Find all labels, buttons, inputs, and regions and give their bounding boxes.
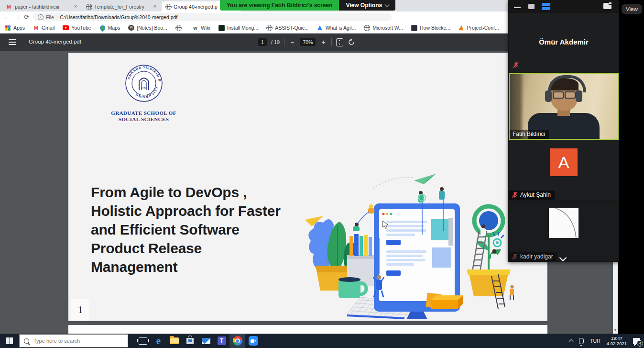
gmail-icon: M	[33, 25, 39, 31]
teams-icon: T	[218, 337, 226, 345]
tab-label: Template_for_Forestry	[94, 4, 150, 10]
chrome-app-button[interactable]	[229, 334, 245, 348]
mongodb-icon	[218, 25, 225, 31]
url-text: C:/Users/fatihb/Downloads/Group%2040-mer…	[60, 14, 178, 20]
bookmark-what-is-agile[interactable]: What is Agil...	[317, 25, 356, 31]
windows-taskbar: e T TUR 19:47 4.02.2021 4	[0, 334, 644, 348]
university-logo: ANKARA YILDIRIM BEYAZIT UNIVERSITY AYBU …	[92, 62, 195, 123]
bookmark-label: How Blockc...	[420, 25, 450, 31]
bookmark-apps[interactable]: Apps	[5, 25, 25, 31]
globe-favicon-icon	[86, 4, 92, 10]
bookmark-label: Maps	[108, 25, 120, 31]
tray-date: 4.02.2021	[607, 341, 627, 346]
hidden-icons-chevron-icon[interactable]	[569, 339, 574, 344]
bookmark-assist[interactable]: ASSIST-Quic...	[266, 25, 309, 31]
bookmark-label: ASSIST-Quic...	[275, 25, 309, 31]
bookmark-label: Apps	[13, 25, 25, 31]
tab-template-forestry[interactable]: Template_for_Forestry ×	[82, 1, 162, 11]
url-field[interactable]: i File | C:/Users/fatihb/Downloads/Group…	[33, 13, 392, 21]
page-info-icon[interactable]: i	[38, 14, 44, 20]
page-number-input[interactable]: 1	[258, 38, 267, 46]
zoom-view-button[interactable]: View	[622, 4, 642, 14]
taskbar-search[interactable]	[19, 334, 128, 348]
store-app-button[interactable]	[182, 334, 198, 348]
bookmark-how-blockchain[interactable]: How Blockc...	[411, 25, 450, 31]
windows-logo-icon	[6, 337, 13, 344]
rotate-icon[interactable]	[348, 38, 355, 46]
zoom-app-button[interactable]	[245, 334, 261, 348]
svg-text:AYBU: AYBU	[141, 87, 147, 90]
view-options-button[interactable]: View Options	[339, 0, 395, 11]
reload-icon[interactable]: ⟳	[24, 14, 29, 20]
back-icon[interactable]: ←	[4, 14, 10, 20]
toolbar-divider	[284, 38, 284, 46]
page-count-label: / 19	[271, 39, 280, 45]
university-seal-icon: ANKARA YILDIRIM BEYAZIT UNIVERSITY AYBU	[121, 62, 167, 106]
bookmark-label: [Notes] Boo...	[137, 25, 167, 31]
muted-mic-icon	[512, 191, 518, 198]
participant-tile-aykut[interactable]: A Aykut Şahin	[509, 140, 619, 200]
bookmark-notes[interactable]: W [Notes] Boo...	[128, 25, 167, 31]
zoom-out-button[interactable]: −	[289, 38, 295, 46]
muted-mic-icon	[513, 62, 519, 68]
slide-title: From Agile to DevOps , Holistic Approach…	[91, 183, 281, 276]
gallery-view-icon[interactable]	[542, 3, 550, 10]
slide-page-2-top	[68, 325, 547, 334]
tab-close-icon[interactable]: ×	[152, 4, 158, 10]
notification-icon[interactable]: 4	[633, 338, 640, 344]
folder-icon	[170, 337, 179, 344]
task-view-button[interactable]	[135, 334, 151, 348]
restore-icon[interactable]	[528, 4, 535, 9]
pdf-doc-title: Group 40-merged.pdf	[29, 39, 81, 45]
teams-app-button[interactable]: T	[214, 334, 229, 348]
search-input[interactable]	[33, 337, 111, 344]
forward-icon[interactable]: →	[14, 14, 20, 20]
bookmark-maps[interactable]: Maps	[99, 25, 120, 31]
video-background	[510, 74, 524, 139]
toolbar-divider	[331, 38, 332, 46]
file-explorer-button[interactable]	[166, 334, 182, 348]
edge-app-button[interactable]: e	[151, 334, 166, 348]
collapse-chevron-icon[interactable]	[559, 254, 567, 261]
mail-envelope-icon	[202, 338, 210, 344]
scroll-down-arrow-icon[interactable]: ▼	[613, 328, 617, 332]
chrome-icon	[233, 336, 242, 346]
screen-share-banner: You are viewing Fatih Bildirici's screen	[220, 0, 339, 11]
clock[interactable]: 19:47 4.02.2021	[607, 336, 627, 346]
start-button[interactable]	[0, 334, 19, 348]
bookmark-youtube[interactable]: YouTube	[63, 25, 91, 31]
participant-tile-fatih-video[interactable]: Fatih Bildirici	[509, 73, 619, 140]
minimize-icon[interactable]	[514, 7, 521, 8]
participant-tile-omur[interactable]: Ömür Akdemir	[509, 13, 619, 72]
bookmark-wiki[interactable]: w Wiki	[192, 25, 210, 31]
zoom-camera-icon	[249, 336, 258, 346]
menu-icon[interactable]	[9, 39, 16, 45]
bookmark-globe-only[interactable]	[175, 25, 184, 31]
bookmark-gmail[interactable]: M Gmail	[33, 25, 55, 31]
url-scheme: File	[46, 14, 54, 20]
zoom-level-value[interactable]: 70%	[300, 38, 316, 46]
notification-badge: 4	[637, 340, 643, 347]
fit-page-icon[interactable]	[336, 38, 343, 46]
zoom-participants-panel: Ömür Akdemir Fatih Bildirici A	[508, 0, 619, 262]
participant-name-row: Aykut Şahin	[509, 191, 555, 200]
task-view-icon	[139, 337, 147, 345]
wiki-w-icon: w	[192, 25, 198, 31]
bookmark-install-mongo[interactable]: Install Mong...	[218, 25, 258, 31]
layout-icon[interactable]	[603, 3, 611, 9]
tray-mic-icon[interactable]	[579, 338, 584, 344]
wordpress-icon: W	[128, 25, 134, 31]
bookmark-microsoft[interactable]: Microsoft W...	[364, 25, 403, 31]
bookmark-label: Wiki	[201, 25, 210, 31]
zoom-in-button[interactable]: +	[320, 38, 327, 46]
participant-tile-kadir[interactable]: kadir yadigar	[509, 201, 619, 261]
slide-page-number: 1	[71, 299, 89, 321]
language-indicator[interactable]: TUR	[590, 338, 600, 344]
mail-app-button[interactable]	[198, 334, 214, 348]
school-name: GRADUATE SCHOOL OF SOCIAL SCIENCES	[92, 110, 195, 123]
letter-avatar: A	[550, 148, 578, 176]
tab-paper[interactable]: M paper - fatihbildiriciii ×	[3, 1, 82, 11]
tab-close-icon[interactable]: ×	[73, 4, 78, 10]
slide-illustration	[301, 170, 538, 321]
bookmark-project-conf[interactable]: Project-Conf...	[458, 25, 499, 31]
